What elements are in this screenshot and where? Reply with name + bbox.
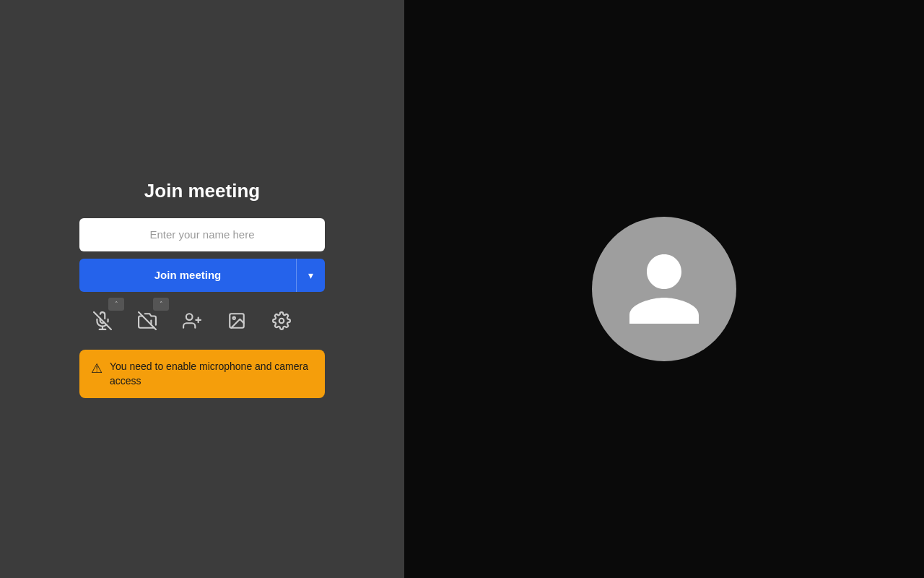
warning-box: ⚠ You need to enable microphone and came…	[79, 350, 325, 398]
camera-off-icon	[138, 311, 157, 330]
person-avatar-icon	[621, 246, 707, 332]
svg-point-8	[233, 316, 235, 319]
join-meeting-button[interactable]: Join meeting	[79, 259, 296, 292]
warning-icon: ⚠	[91, 361, 103, 376]
image-icon	[227, 311, 246, 330]
chevron-down-icon: ▾	[308, 269, 313, 281]
background-control	[221, 305, 253, 337]
left-panel: Join meeting Join meeting ▾ ˄	[0, 0, 404, 578]
svg-point-9	[279, 319, 284, 324]
controls-row: ˄ ˄	[79, 305, 325, 337]
svg-line-3	[139, 312, 156, 329]
svg-point-4	[186, 314, 193, 320]
settings-icon	[272, 311, 291, 330]
join-chevron-button[interactable]: ▾	[296, 259, 325, 292]
microphone-mute-button[interactable]	[87, 305, 118, 337]
name-input[interactable]	[79, 218, 325, 251]
microphone-control: ˄	[87, 305, 118, 337]
settings-control	[266, 305, 297, 337]
right-panel	[404, 0, 924, 578]
add-person-icon	[183, 311, 201, 330]
add-person-control	[176, 305, 208, 337]
avatar	[592, 217, 736, 361]
mic-off-icon	[93, 311, 112, 330]
join-title: Join meeting	[144, 180, 260, 202]
warning-text: You need to enable microphone and camera…	[110, 360, 313, 388]
join-container: Join meeting Join meeting ▾ ˄	[79, 180, 325, 398]
add-person-button[interactable]	[176, 305, 208, 337]
camera-mute-button[interactable]	[131, 305, 163, 337]
background-button[interactable]	[221, 305, 253, 337]
join-button-row: Join meeting ▾	[79, 259, 325, 292]
settings-button[interactable]	[266, 305, 297, 337]
camera-control: ˄	[131, 305, 163, 337]
